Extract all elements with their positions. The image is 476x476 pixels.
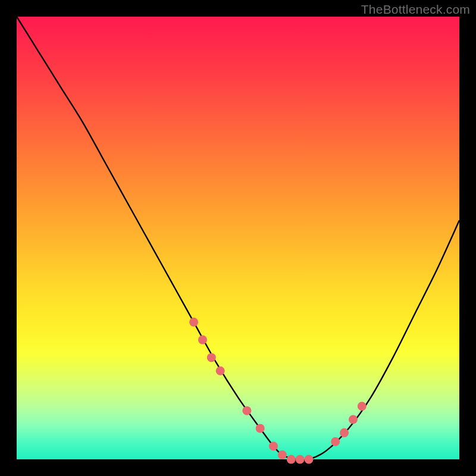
highlight-dot xyxy=(349,415,358,424)
highlight-dot xyxy=(340,428,349,437)
highlight-dots-group xyxy=(189,318,367,464)
highlight-dot xyxy=(305,455,314,464)
highlight-dot xyxy=(242,406,251,415)
curve-layer xyxy=(17,17,459,459)
bottleneck-curve xyxy=(17,17,459,460)
highlight-dot xyxy=(256,424,265,433)
highlight-dot xyxy=(287,455,296,464)
watermark-text: TheBottleneck.com xyxy=(361,2,470,17)
highlight-dot xyxy=(278,450,287,459)
highlight-dot xyxy=(269,441,278,450)
highlight-dot xyxy=(189,318,198,327)
highlight-dot xyxy=(358,402,367,411)
highlight-dot xyxy=(331,437,340,446)
highlight-dot xyxy=(216,367,225,375)
chart-frame: TheBottleneck.com xyxy=(0,0,476,476)
highlight-dot xyxy=(296,455,305,464)
highlight-dot xyxy=(198,336,207,345)
highlight-dot xyxy=(207,353,216,362)
